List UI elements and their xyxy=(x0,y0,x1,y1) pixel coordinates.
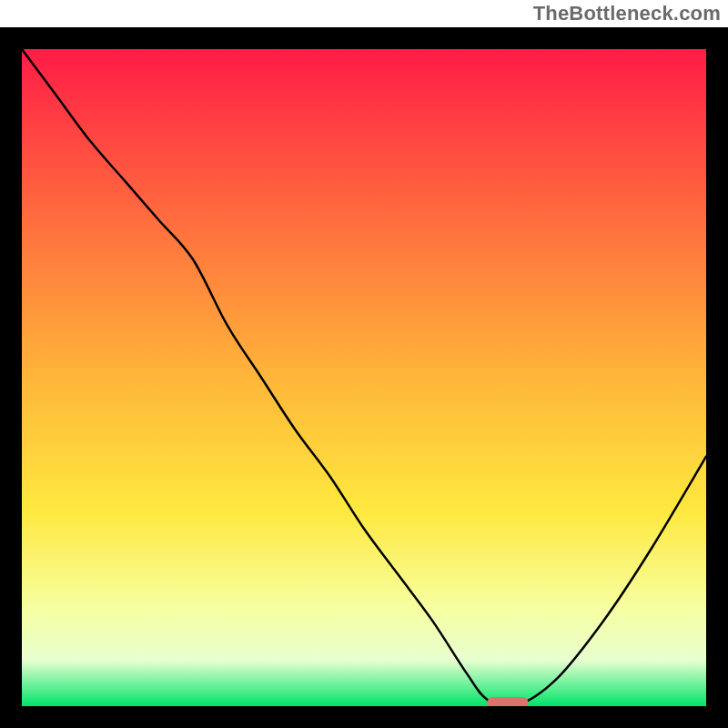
chart-container: TheBottleneck.com xyxy=(0,0,728,728)
bottleneck-chart xyxy=(0,0,728,728)
attribution-text: TheBottleneck.com xyxy=(533,2,721,25)
plot-background xyxy=(22,49,706,706)
